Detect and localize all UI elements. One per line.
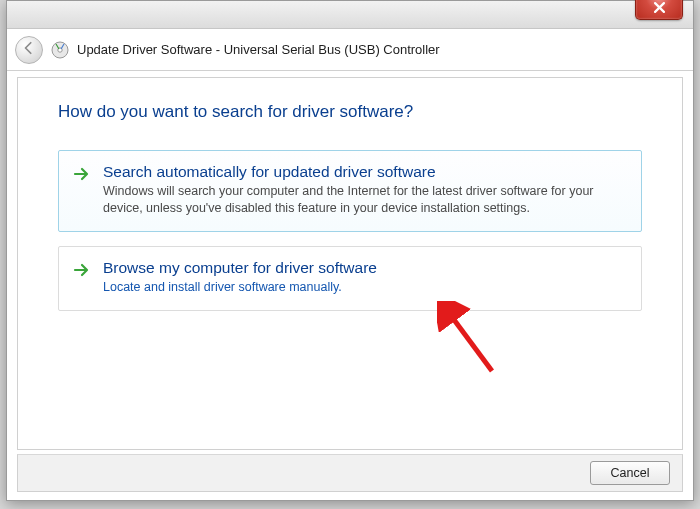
header-bar: Update Driver Software - Universal Seria… (7, 29, 693, 71)
close-button[interactable] (635, 0, 683, 20)
titlebar (7, 1, 693, 29)
dialog-footer: Cancel (17, 454, 683, 492)
option-browse-computer[interactable]: Browse my computer for driver software L… (58, 246, 642, 311)
close-icon (654, 1, 665, 16)
content-panel: How do you want to search for driver sof… (17, 77, 683, 450)
option-search-automatically[interactable]: Search automatically for updated driver … (58, 150, 642, 232)
page-heading: How do you want to search for driver sof… (58, 102, 642, 122)
back-button[interactable] (15, 36, 43, 64)
option-description: Locate and install driver software manua… (103, 279, 625, 296)
dialog-window: Update Driver Software - Universal Seria… (6, 0, 694, 501)
option-title: Search automatically for updated driver … (103, 163, 625, 181)
option-description: Windows will search your computer and th… (103, 183, 625, 217)
cancel-button[interactable]: Cancel (590, 461, 670, 485)
arrow-right-icon (73, 261, 91, 279)
driver-disc-icon (51, 41, 69, 59)
arrow-right-icon (73, 165, 91, 183)
back-arrow-icon (22, 41, 36, 59)
window-title: Update Driver Software - Universal Seria… (77, 42, 440, 57)
option-title: Browse my computer for driver software (103, 259, 625, 277)
